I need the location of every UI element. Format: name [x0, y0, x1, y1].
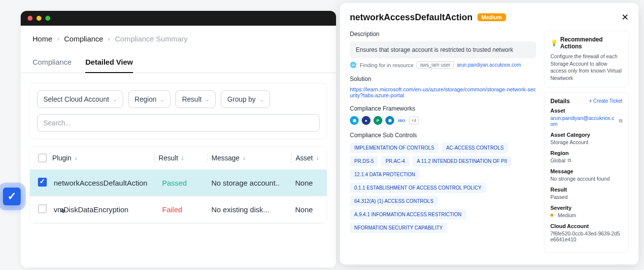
select-result[interactable]: Result ⌄: [175, 90, 216, 108]
chevron-down-icon: ⌄: [205, 97, 209, 102]
filter-selects: Select Cloud Account ⌄ Region ⌄ Result ⌄…: [37, 90, 320, 108]
details-title: Details: [550, 98, 570, 105]
breadcrumb-home[interactable]: Home: [33, 35, 52, 43]
content-area: Home › Compliance › Compliance Summary C…: [21, 26, 336, 224]
copy-icon[interactable]: ⧉: [568, 157, 571, 163]
recommended-text: Configure the firewall of each Storage A…: [550, 53, 622, 82]
subcontrol-chip[interactable]: NFORMATION SECURITY CAPABILITY: [350, 223, 447, 233]
subcontrol-chip[interactable]: A 11.2 INTENDED DESTINATION OF PII: [412, 156, 511, 166]
row-checkbox[interactable]: [38, 178, 54, 188]
subcontrol-chip[interactable]: IMPLEMENTATION OF CONTROLS: [350, 143, 439, 153]
chevron-right-icon: ›: [57, 36, 59, 42]
bulb-icon: 💡: [550, 39, 558, 46]
col-label: Result: [159, 154, 178, 162]
sort-icon: ↓: [181, 154, 184, 161]
solution-link[interactable]: https://learn.microsoft.com/en-us/azure/…: [350, 86, 536, 98]
panel-title: networkAccessDefaultAction: [350, 12, 473, 23]
col-plugin[interactable]: Plugin ↓: [52, 154, 150, 162]
results-table: Plugin ↓ Result ↓ Message ↓ Asset ↓: [30, 146, 327, 224]
tabs: Compliance Detailed View: [21, 52, 336, 73]
chevron-down-icon: ⌄: [113, 97, 117, 102]
create-ticket-link[interactable]: + Create Ticket: [589, 98, 622, 104]
window-close[interactable]: [28, 16, 33, 21]
cell-plugin: networkAccessDefaultAction: [54, 179, 162, 187]
col-message[interactable]: Message ↓: [211, 154, 287, 162]
resource-type-tag: aws_iam user: [416, 61, 454, 69]
select-cloud-account[interactable]: Select Cloud Account ⌄: [37, 90, 123, 108]
table-row[interactable]: networkAccessDefaultAction Passed No sto…: [30, 170, 327, 196]
cell-plugin: vmDiskDataEncryption: [54, 205, 162, 214]
row-checkbox[interactable]: [38, 204, 54, 215]
detail-asset-value[interactable]: arun.pandiyan@accuknox.com: [550, 115, 616, 127]
breadcrumb-current: Compliance Summary: [115, 35, 188, 43]
severity-dot-icon: [550, 214, 553, 217]
filters-card: Select Cloud Account ⌄ Region ⌄ Result ⌄…: [30, 83, 327, 139]
close-button[interactable]: ✕: [621, 12, 629, 23]
breadcrumb: Home › Compliance › Compliance Summary: [21, 26, 336, 52]
frameworks-label: Compliance Frameworks: [350, 105, 536, 112]
description-box: Ensures that storage account is restrict…: [350, 41, 536, 58]
select-region[interactable]: Region ⌄: [128, 90, 170, 108]
framework-icon: ⬢: [350, 116, 359, 125]
column-divider[interactable]: [291, 154, 292, 162]
col-label: Plugin: [52, 154, 71, 162]
subcontrol-chip[interactable]: PR.AC-4: [381, 156, 409, 166]
subcontrol-chip[interactable]: 0.1.1 ESTABLISHMENT OF ACCESS CONTROL PO…: [350, 183, 486, 193]
framework-icon: ●: [362, 116, 371, 125]
titlebar: [21, 11, 336, 26]
framework-icon: ISO: [397, 116, 406, 125]
cell-message: No existing disk...: [211, 205, 295, 214]
subcontrol-chip[interactable]: PR.DS-5: [350, 156, 378, 166]
subcontrols-chips: IMPLEMENTATION OF CONTROLS AC-ACCESS CON…: [350, 143, 536, 233]
select-group-by[interactable]: Group by ⌄: [221, 90, 270, 108]
window-maximize[interactable]: [45, 16, 50, 21]
subcontrol-chip[interactable]: 64.312(A) (1) ACCESS CONTROLS: [350, 196, 438, 206]
breadcrumb-compliance[interactable]: Compliance: [64, 35, 103, 43]
framework-icons: ⬢ ● P ⬢ ISO +4: [350, 116, 536, 125]
select-label: Result: [182, 95, 202, 103]
subcontrol-chip[interactable]: A.9.4.1 INFORMATION ACCESS RESTRICTION: [350, 209, 466, 220]
chevron-down-icon: ⌄: [260, 97, 264, 102]
copy-icon[interactable]: ⧉: [619, 118, 622, 124]
table-row[interactable]: vmDiskDataEncryption Failed No existing …: [30, 196, 327, 223]
select-all-checkbox[interactable]: [38, 154, 52, 162]
frameworks-more[interactable]: +4: [409, 116, 419, 124]
col-result[interactable]: Result ↓: [159, 154, 203, 162]
globe-icon: 🌐: [350, 62, 357, 68]
cell-asset: None: [295, 205, 319, 214]
subcontrol-chip[interactable]: AC-ACCESS CONTROLS: [441, 143, 508, 153]
column-divider[interactable]: [154, 154, 155, 162]
detail-message-value: No stronge account found: [550, 176, 622, 182]
main-window: Home › Compliance › Compliance Summary C…: [21, 11, 336, 268]
tab-compliance[interactable]: Compliance: [33, 52, 71, 73]
sort-icon: ↓: [74, 154, 77, 161]
detail-region-value: Global: [550, 157, 565, 163]
search-input[interactable]: [37, 114, 320, 132]
tab-detailed-view[interactable]: Detailed View: [85, 52, 133, 73]
subcontrol-chip[interactable]: 12.1.4 DATA PROTECTION: [350, 169, 420, 180]
table-body: networkAccessDefaultAction Passed No sto…: [30, 170, 327, 223]
detail-message-label: Message: [550, 168, 622, 174]
cell-asset: None: [295, 179, 319, 187]
details-card: Details + Create Ticket Asset arun.pandi…: [544, 92, 629, 253]
solution-label: Solution: [350, 76, 536, 82]
recommended-actions-card: 💡 Recommended Actions Configure the fire…: [544, 31, 629, 87]
col-asset[interactable]: Asset ↓: [296, 154, 319, 162]
cell-result: Passed: [162, 179, 211, 187]
select-label: Group by: [227, 95, 256, 103]
finding-row: 🌐 Finding for in resource aws_iam user a…: [350, 61, 536, 69]
subcontrols-label: Compliance Sub Controls: [350, 132, 536, 139]
description-label: Description: [350, 31, 536, 38]
severity-badge: Medium: [477, 13, 506, 21]
floating-checkbox-highlight: [3, 188, 21, 205]
select-label: Select Cloud Account: [43, 95, 109, 103]
detail-category-label: Asset Category: [550, 132, 622, 138]
window-minimize[interactable]: [36, 16, 41, 21]
sort-icon: ↓: [242, 154, 245, 161]
column-divider[interactable]: [207, 154, 207, 162]
resource-link[interactable]: arun.pandiyan.accuknox.com: [457, 62, 521, 68]
select-label: Region: [135, 95, 156, 103]
panel-main: Description Ensures that storage account…: [350, 31, 536, 258]
framework-icon: P: [373, 116, 382, 125]
recommended-title: Recommended Actions: [560, 36, 622, 50]
